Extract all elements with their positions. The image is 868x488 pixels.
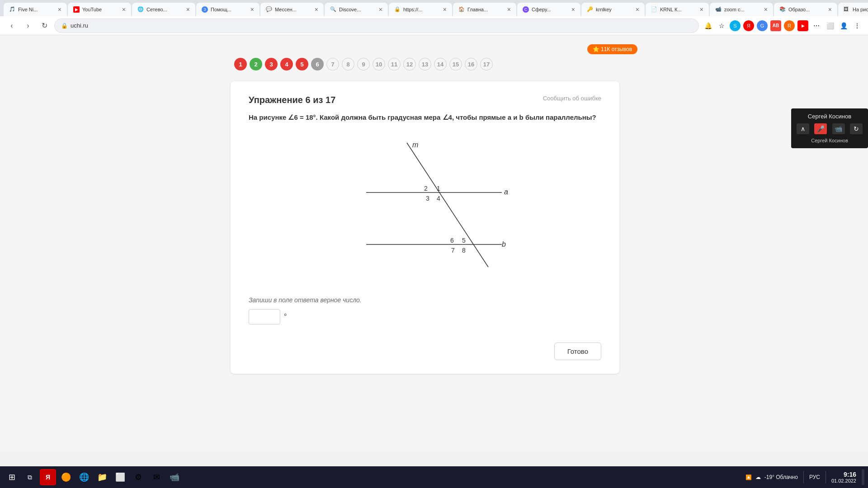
taskbar-app2[interactable]: 🟠 [58, 469, 74, 485]
tab-favicon: 🔒 [394, 6, 401, 13]
progress-dot-11[interactable]: 11 [388, 58, 401, 70]
tab-title: Сетево... [146, 7, 184, 12]
tab-krnlkey[interactable]: 🔑 krnlkey × [581, 3, 645, 16]
progress-dot-4[interactable]: 4 [280, 58, 293, 70]
tab-close-icon[interactable]: × [250, 6, 254, 13]
progress-dot-17[interactable]: 17 [480, 58, 493, 70]
ext-rambler[interactable]: R [784, 20, 795, 31]
ext-bookmark[interactable]: ☆ [716, 20, 727, 31]
zoom-mic-button[interactable]: 🎤 [814, 123, 827, 134]
taskview-button[interactable]: ⧉ [22, 469, 38, 485]
tab-narisu1[interactable]: 🖼 На рису... × [838, 3, 868, 16]
forward-button[interactable]: › [22, 19, 34, 32]
tab-close-icon[interactable]: × [58, 6, 61, 13]
tab-close-icon[interactable]: × [122, 6, 126, 13]
tab-close-icon[interactable]: × [764, 6, 768, 13]
back-button[interactable]: ‹ [5, 19, 18, 32]
progress-dot-2[interactable]: 2 [250, 58, 262, 70]
taskbar-yandex[interactable]: Я [40, 469, 56, 485]
taskbar-edge[interactable]: 🌐 [76, 469, 92, 485]
progress-dot-5[interactable]: 5 [296, 58, 308, 70]
dot-label: 8 [346, 61, 349, 68]
ext-skype[interactable]: S [730, 20, 741, 31]
tab-obrazo[interactable]: 📚 Образо... × [774, 3, 837, 16]
ext-adblock[interactable]: AB [770, 20, 781, 31]
tab-close-icon[interactable]: × [379, 6, 382, 13]
tab-youtube[interactable]: ▶ YouTube × [68, 3, 131, 16]
tab-title: https://... [403, 7, 440, 12]
tab-close-icon[interactable]: × [700, 6, 703, 13]
svg-text:8: 8 [462, 247, 466, 254]
ext-moreicons[interactable]: ⋯ [811, 20, 822, 31]
taskbar-mail[interactable]: ✉ [148, 469, 165, 485]
taskbar-krnl[interactable]: ⚙ [130, 469, 146, 485]
tab-glavnaya[interactable]: 🏠 Главна... × [453, 3, 516, 16]
tab-title: Five Ni... [18, 7, 55, 12]
progress-dot-8[interactable]: 8 [342, 58, 354, 70]
address-bar[interactable]: 🔒 uchi.ru [54, 19, 699, 33]
dot-label: 7 [331, 61, 334, 68]
submit-button[interactable]: Готово [554, 343, 601, 360]
report-link[interactable]: Сообщить об ошибке [543, 95, 601, 102]
reload-button[interactable]: ↻ [38, 19, 51, 32]
tab-pomosh[interactable]: 3 Помощ... × [196, 3, 259, 16]
taskbar-files[interactable]: 📁 [94, 469, 110, 485]
tab-setevo[interactable]: 🌐 Сетево... × [132, 3, 195, 16]
answer-input[interactable] [249, 309, 280, 324]
zoom-chevron-up[interactable]: ∧ [797, 123, 809, 134]
ext-yandex[interactable]: Я [743, 20, 754, 31]
taskbar-zoom[interactable]: 📹 [166, 469, 183, 485]
tab-close-icon[interactable]: × [315, 6, 318, 13]
tab-zoom[interactable]: 📹 zoom с... × [710, 3, 773, 16]
question-text-bold: На рисунке ∠6 = 18°. Какой должна быть г… [249, 113, 596, 121]
progress-dot-15[interactable]: 15 [449, 58, 462, 70]
taskbar-divider [803, 471, 804, 483]
ext-menu[interactable]: ⋮ [852, 20, 863, 31]
progress-dot-6[interactable]: 6 [311, 58, 324, 70]
tab-favicon: 📹 [715, 6, 722, 13]
diagram-area: a b m 2 1 3 [249, 134, 601, 283]
start-button[interactable]: ⊞ [4, 469, 20, 485]
taskbar-date-value: 01.02.2022 [831, 478, 856, 483]
progress-dot-13[interactable]: 13 [419, 58, 431, 70]
ext-notifications[interactable]: 🔔 [703, 20, 713, 31]
taskbar: ⊞ ⧉ Я 🟠 🌐 📁 ⬜ ⚙ ✉ 📹 🔼 ☁ -19° Облачно РУС… [0, 466, 868, 488]
progress-dot-16[interactable]: 16 [465, 58, 477, 70]
tab-discover[interactable]: 🔍 Discove... × [325, 3, 388, 16]
tab-favicon: 🌐 [137, 6, 144, 13]
dot-label: 2 [254, 61, 257, 68]
tab-krnlk[interactable]: 📄 KRNL К... × [646, 3, 709, 16]
tab-close-icon[interactable]: × [186, 6, 190, 13]
tab-close-icon[interactable]: × [443, 6, 447, 13]
tab-close-icon[interactable]: × [507, 6, 511, 13]
tab-messenger[interactable]: 💬 Мессен... × [260, 3, 324, 16]
tab-title: На рису... [853, 7, 868, 12]
zoom-video-button[interactable]: 📹 [832, 123, 845, 134]
geometry-diagram: a b m 2 1 3 [339, 134, 511, 283]
tab-close-icon[interactable]: × [636, 6, 639, 13]
tab-https[interactable]: 🔒 https://... × [389, 3, 452, 16]
ext-account[interactable]: 👤 [838, 20, 849, 31]
taskbar-weather-icon: ☁ [755, 474, 761, 480]
ext-cast[interactable]: ⬜ [825, 20, 835, 31]
progress-dot-10[interactable]: 10 [373, 58, 385, 70]
progress-dot-9[interactable]: 9 [357, 58, 370, 70]
tab-spheu[interactable]: С Сферу... × [517, 3, 580, 16]
progress-dot-1[interactable]: 1 [234, 58, 247, 70]
tab-fivenights[interactable]: 🎵 Five Ni... × [4, 3, 67, 16]
answer-label: Запиши в поле ответа верное число. [249, 296, 601, 304]
progress-dot-12[interactable]: 12 [403, 58, 416, 70]
progress-dot-14[interactable]: 14 [434, 58, 447, 70]
tab-close-icon[interactable]: × [571, 6, 575, 13]
zoom-refresh-button[interactable]: ↻ [850, 123, 863, 134]
answer-section: Запиши в поле ответа верное число. ° [249, 296, 601, 324]
show-desktop-button[interactable] [862, 469, 864, 485]
progress-dot-7[interactable]: 7 [326, 58, 339, 70]
progress-dot-3[interactable]: 3 [265, 58, 278, 70]
taskbar-apps[interactable]: ⬜ [112, 469, 128, 485]
reviews-badge[interactable]: ⭐ 11К отзывов [587, 44, 637, 54]
exercise-title: Упражнение 6 из 17 [249, 95, 335, 105]
ext-google[interactable]: G [757, 20, 768, 31]
ext-ytube[interactable]: ▶ [797, 20, 808, 31]
tab-close-icon[interactable]: × [828, 6, 832, 13]
